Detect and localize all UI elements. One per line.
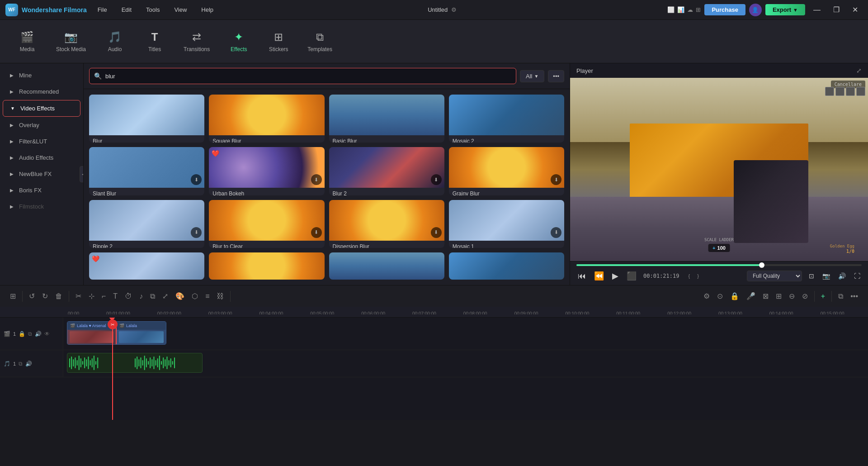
effect-partial-1[interactable]: ❤️ [89,252,204,280]
fullscreen-button[interactable]: ⛶ [853,271,862,281]
v1-lock-btn[interactable]: 🔒 [19,331,25,337]
tl-undo-button[interactable]: ↺ [26,290,38,302]
effect-partial-3[interactable] [329,252,444,280]
tl-lock-button[interactable]: 🔒 [727,290,742,302]
export-button[interactable]: Export ▼ [765,4,805,15]
tl-mic-button[interactable]: 🎤 [744,290,758,302]
tl-text-button[interactable]: T [110,290,120,302]
sidebar-item-boris-fx[interactable]: ▶ Boris FX [3,182,80,198]
effect-mosaic-1[interactable]: ⬇ Mosaic 1 [449,200,564,248]
minimize-button[interactable]: — [809,4,825,16]
effect-square-blur[interactable]: Square Blur [209,95,324,143]
effect-urban-bokeh[interactable]: ❤️ ⬇ Urban Bokeh [209,147,324,195]
tl-redo-button[interactable]: ↻ [39,290,51,302]
tool-stock-media[interactable]: 📷 Stock Media [49,27,93,56]
fit-window-button[interactable]: ⊡ [807,271,816,281]
more-button[interactable]: ••• [548,70,564,82]
effect-dispersion-blur[interactable]: ⬇ Dispersion Blur [329,200,444,248]
tl-trim-button[interactable]: ⌐ [99,290,108,302]
a1-duplicate-btn[interactable]: ⧉ [19,361,23,367]
tool-stickers[interactable]: ⊞ Stickers [260,27,297,56]
progress-thumb[interactable] [759,262,764,268]
sidebar-item-overlay[interactable]: ▶ Overlay [3,117,80,133]
menu-edit[interactable]: Edit [118,5,135,15]
sidebar-item-filter-lut[interactable]: ▶ Filter&LUT [3,133,80,149]
v1-duplicate-btn[interactable]: ⧉ [28,331,32,337]
tl-ripple-button[interactable]: ⊙ [714,290,726,302]
tl-delete-button[interactable]: 🗑 [52,290,65,302]
effect-ripple-2[interactable]: ⬇ Ripple 2 [89,200,204,248]
sidebar-item-audio-effects[interactable]: ▶ Audio Effects [3,150,80,166]
tl-add-button[interactable]: + [818,290,828,302]
tool-audio[interactable]: 🎵 Audio [97,27,133,56]
sidebar-collapse-button[interactable]: ◀ [80,166,84,182]
tl-eq-button[interactable]: ≡ [203,290,212,302]
search-input[interactable] [105,73,511,80]
stop-button[interactable]: ⬛ [625,270,638,282]
close-button[interactable]: ✕ [848,4,863,16]
tl-link-button[interactable]: ⊘ [799,290,811,302]
menu-file[interactable]: File [94,5,111,15]
tool-templates[interactable]: ⧉ Templates [300,27,340,56]
menu-view[interactable]: View [170,5,190,15]
progress-bar[interactable] [576,264,862,266]
tool-effects[interactable]: ✦ Effects [221,27,257,56]
tool-titles[interactable]: T Titles [137,27,173,56]
sidebar-item-filmstock[interactable]: ▶ Filmstock [3,199,80,214]
templates-icon: ⧉ [316,31,324,43]
a1-volume-btn[interactable]: 🔊 [25,361,32,367]
volume-button[interactable]: 🔊 [837,271,847,281]
menu-help[interactable]: Help [198,5,217,15]
step-back-button[interactable]: ⏪ [593,270,605,282]
tl-color-button[interactable]: 🎨 [173,290,187,302]
screenshot-button[interactable]: 📷 [821,271,831,281]
effect-basic-blur[interactable]: Basic Blur [329,95,444,143]
tl-ai-button[interactable]: ⚙ [701,290,712,302]
tl-settings-button[interactable]: ••• [848,290,861,302]
clip1-label: Lalala ♥ Arsenal [77,323,106,328]
effect-partial-4[interactable] [449,252,564,280]
tick-0: 00:00 [68,311,79,314]
effect-blur[interactable]: Blur [89,95,204,143]
tl-speed-button[interactable]: ⏱ [122,290,135,302]
tl-select-tool[interactable]: ⊞ [7,290,19,302]
player-expand-icon[interactable]: ⤢ [856,67,862,74]
play-button[interactable]: ▶ [611,270,620,282]
user-avatar[interactable]: 👤 [749,4,762,16]
sidebar-item-video-effects[interactable]: ▼ Video Effects [3,100,80,117]
tl-subtract-button[interactable]: ⊖ [786,290,797,302]
effect-blur-to-clear[interactable]: ⬇ Blur to Clear [209,200,324,248]
menu-tools[interactable]: Tools [142,5,163,15]
tl-snap-button[interactable]: ⊠ [760,290,771,302]
sidebar-item-newblue-fx[interactable]: ▶ NewBlue FX [3,166,80,182]
effect-partial-2[interactable] [209,252,324,280]
tl-cut-button[interactable]: ✂ [73,290,84,302]
tl-stabilize-button[interactable]: ⧉ [147,290,158,302]
effect-grainy-blur[interactable]: ⬇ Grainy Blur [449,147,564,195]
tl-motion-button[interactable]: ⤢ [160,290,171,302]
purchase-button[interactable]: Purchase [704,4,745,15]
tool-transitions[interactable]: ⇄ Transitions [176,27,217,56]
tl-audio-button[interactable]: ♪ [137,290,146,302]
skip-back-button[interactable]: ⏮ [576,270,587,282]
tool-media[interactable]: 🎬 Media [9,27,45,56]
effect-slant-blur[interactable]: ⬇ Slant Blur [89,147,204,195]
video-clip-1[interactable]: 🎬Lalala ♥ Arsenal 🎬Lalala [67,321,166,345]
quality-select[interactable]: Full Quality High Quality Medium Quality… [747,271,802,281]
audio-clip-1[interactable] [67,353,203,373]
effect-blur-2[interactable]: ⬇ Blur 2 [329,147,444,195]
tl-chain-button[interactable]: ⛓ [214,290,226,302]
v1-volume-btn[interactable]: 🔊 [35,331,42,337]
tl-mask-button[interactable]: ⬡ [189,290,201,302]
save-icon[interactable]: ⚙ [451,6,457,13]
export-dropdown-icon[interactable]: ▼ [793,7,798,13]
effect-mosaic-2[interactable]: Mosaic 2 [449,95,564,143]
restore-button[interactable]: ❐ [829,4,844,16]
sidebar-item-recommended[interactable]: ▶ Recommended [3,84,80,100]
tl-layout-button[interactable]: ⧉ [835,290,846,302]
tl-grid-button[interactable]: ⊞ [773,290,784,302]
sidebar-item-mine[interactable]: ▶ Mine [3,67,80,83]
v1-eye-btn[interactable]: 👁 [44,331,50,337]
tl-crop-button[interactable]: ⊹ [86,290,97,302]
filter-dropdown[interactable]: All ▼ [520,70,544,82]
